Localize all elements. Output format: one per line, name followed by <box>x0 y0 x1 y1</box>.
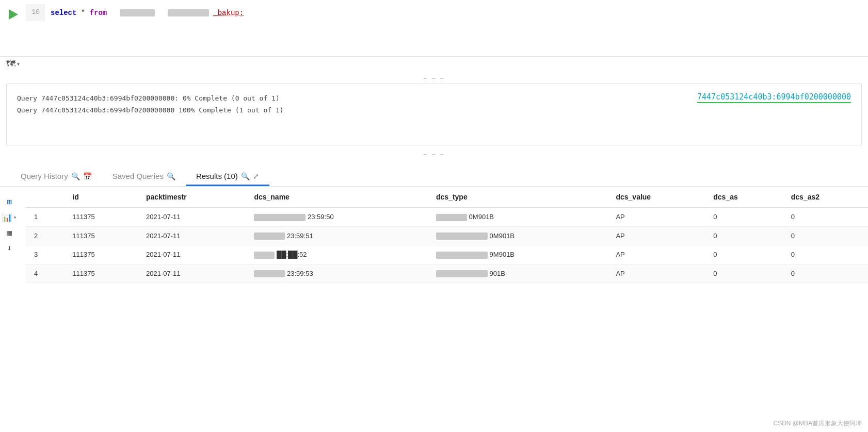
query-link[interactable]: 7447c053124c40b3:6994bf0200000000 <box>697 92 851 103</box>
cell-dcs-as2: 0 <box>783 208 868 227</box>
cell-dcs-value: AP <box>607 264 705 283</box>
cell-dcs-as2: 0 <box>783 245 868 264</box>
code-star: * <box>81 9 90 17</box>
log-section: Query 7447c053124c40b3:6994bf0200000000:… <box>6 84 862 145</box>
cell-id: 111375 <box>64 226 138 245</box>
line-number: 10 <box>26 4 44 21</box>
results-expand-icon[interactable]: ⤢ <box>253 172 259 180</box>
col-header-rownum <box>26 187 64 208</box>
editor-code[interactable]: select * from _bakup; <box>44 4 868 22</box>
table-row: 4 111375 2021-07-11 23:59:53 901B AP 0 0 <box>26 264 868 283</box>
cell-dcs-name: 23:59:53 <box>246 264 428 283</box>
tab-saved-queries[interactable]: Saved Queries 🔍 <box>102 168 186 186</box>
run-button[interactable] <box>6 7 21 22</box>
editor-section: 10 select * from _bakup; <box>0 0 868 57</box>
map-icon-row: 🗺 ▾ <box>0 57 868 74</box>
table-header-row: id packtimestr dcs_name dcs_type dcs_val… <box>26 187 868 208</box>
cell-dcs-value: AP <box>607 208 705 227</box>
dcs-type-blurred-3 <box>436 252 488 259</box>
cell-id: 111375 <box>64 208 138 227</box>
cell-dcs-as: 0 <box>705 245 782 264</box>
cell-dcs-type: 0M901B <box>428 226 607 245</box>
cell-id: 111375 <box>64 245 138 264</box>
log-line-2: Query 7447c053124c40b3:6994bf0200000000 … <box>17 104 851 116</box>
col-header-dcs-as: dcs_as <box>705 187 782 208</box>
divider-dots-2: — — — <box>424 152 444 157</box>
chart-icon[interactable]: 📊 <box>2 212 12 223</box>
columns-icon[interactable]: ▦ <box>7 228 12 238</box>
cell-dcs-name: ██:██:52 <box>246 245 428 264</box>
download-icon[interactable]: ⬇ <box>7 243 12 254</box>
cell-type-suffix-3: 9M901B <box>490 251 515 258</box>
query-history-search-icon[interactable]: 🔍 <box>71 172 80 180</box>
col-header-id: id <box>64 187 138 208</box>
chevron-down-icon[interactable]: ▾ <box>17 60 20 68</box>
code-space <box>111 9 116 17</box>
table-row: 1 111375 2021-07-11 23:59:50 0M901B AP 0… <box>26 208 868 227</box>
cell-dcs-type: 901B <box>428 264 607 283</box>
cell-dcs-as: 0 <box>705 264 782 283</box>
dcs-name-blurred-2 <box>254 232 285 240</box>
cell-dcs-type: 9M901B <box>428 245 607 264</box>
cell-packtimestr: 2021-07-11 <box>138 264 246 283</box>
table-name-blurred <box>120 9 154 16</box>
cell-dcs-type: 0M901B <box>428 208 607 227</box>
cell-time-1: 23:59:50 <box>308 213 334 221</box>
cell-dcs-as2: 0 <box>783 264 868 283</box>
cell-rownum: 2 <box>26 226 64 245</box>
divider-drag-1[interactable]: — — — <box>0 74 868 84</box>
tabs-section: Query History 🔍 📅 Saved Queries 🔍 Result… <box>0 163 868 187</box>
code-bakup: _bakup; <box>213 9 244 17</box>
cell-time-2: 23:59:51 <box>287 232 313 240</box>
cell-rownum: 3 <box>26 245 64 264</box>
dcs-type-blurred-1 <box>436 214 467 221</box>
col-header-dcs-type: dcs_type <box>428 187 607 208</box>
dcs-type-blurred-4 <box>436 270 488 277</box>
col-header-dcs-name: dcs_name <box>246 187 428 208</box>
cell-time-3: ██:██:52 <box>277 251 307 258</box>
cell-dcs-name: 23:59:51 <box>246 226 428 245</box>
cell-dcs-name: 23:59:50 <box>246 208 428 227</box>
col-header-dcs-as2: dcs_as2 <box>783 187 868 208</box>
cell-dcs-as: 0 <box>705 226 782 245</box>
cell-packtimestr: 2021-07-11 <box>138 208 246 227</box>
dcs-name-blurred-1 <box>254 214 306 221</box>
cell-dcs-as2: 0 <box>783 226 868 245</box>
table-suffix-blurred <box>168 9 209 16</box>
dcs-type-blurred-2 <box>436 232 488 240</box>
cell-rownum: 4 <box>26 264 64 283</box>
results-table: id packtimestr dcs_name dcs_type dcs_val… <box>26 187 868 283</box>
cell-dcs-value: AP <box>607 226 705 245</box>
cell-type-suffix-2: 0M901B <box>490 232 515 240</box>
divider-drag-2[interactable]: — — — <box>0 149 868 159</box>
cell-type-suffix-1: 0M901B <box>469 213 494 221</box>
run-icon <box>9 9 18 20</box>
cell-packtimestr: 2021-07-11 <box>138 226 246 245</box>
keyword-from: from <box>90 9 107 17</box>
tab-results-label: Results (10) <box>196 172 238 180</box>
grid-icon[interactable]: ⊞ <box>7 197 12 207</box>
tab-saved-queries-label: Saved Queries <box>112 172 164 180</box>
cell-dcs-value: AP <box>607 245 705 264</box>
left-tools: ⊞ 📊 ▾ ▦ ⬇ <box>2 197 17 254</box>
code-space2 <box>159 9 163 17</box>
saved-queries-search-icon[interactable]: 🔍 <box>167 172 175 180</box>
results-search-icon[interactable]: 🔍 <box>241 172 250 180</box>
divider-dots: — — — <box>424 76 444 81</box>
col-header-dcs-value: dcs_value <box>607 187 705 208</box>
dcs-name-blurred-3a <box>254 252 275 259</box>
chart-chevron-icon[interactable]: ▾ <box>13 214 17 221</box>
cell-type-suffix-4: 901B <box>490 270 505 277</box>
cell-packtimestr: 2021-07-11 <box>138 245 246 264</box>
results-section: ⊞ 📊 ▾ ▦ ⬇ id packtimestr dcs_name dcs_ty… <box>0 187 868 283</box>
query-history-calendar-icon[interactable]: 📅 <box>83 172 92 180</box>
tab-results[interactable]: Results (10) 🔍 ⤢ <box>186 168 269 186</box>
tab-query-history[interactable]: Query History 🔍 📅 <box>10 168 102 186</box>
table-row: 3 111375 2021-07-11 ██:██:52 9M901B AP 0… <box>26 245 868 264</box>
cell-id: 111375 <box>64 264 138 283</box>
cell-time-4: 23:59:53 <box>287 270 313 277</box>
map-icon[interactable]: 🗺 <box>6 59 15 70</box>
dcs-name-blurred-4 <box>254 270 285 277</box>
cell-dcs-as: 0 <box>705 208 782 227</box>
col-header-packtimestr: packtimestr <box>138 187 246 208</box>
